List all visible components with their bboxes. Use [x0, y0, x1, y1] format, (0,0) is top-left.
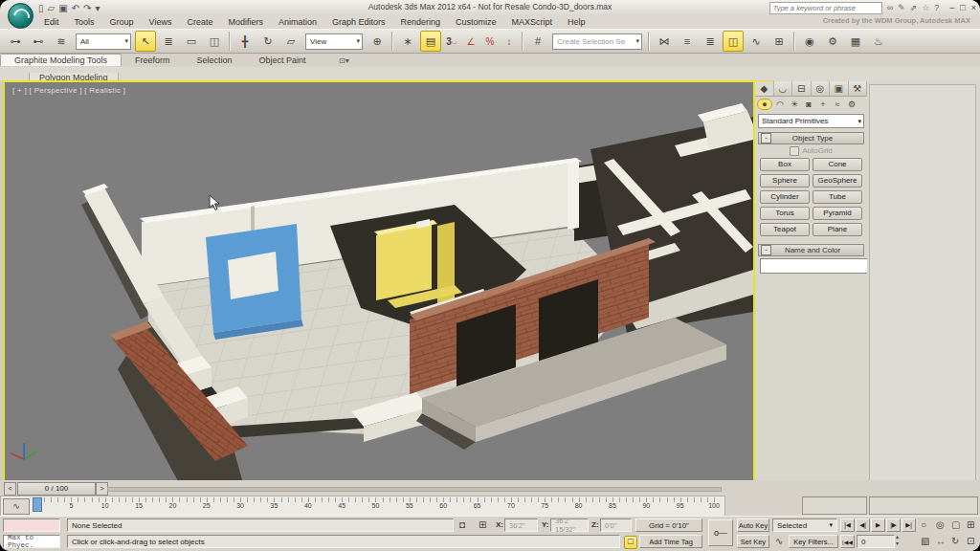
scale-icon[interactable]: ▱ [280, 31, 301, 52]
tab-modify-icon[interactable]: ◡ [774, 81, 793, 96]
time-slider-handle[interactable]: 0 / 100 [17, 482, 96, 496]
menu-item-maxscript[interactable]: MAXScript [504, 17, 561, 27]
cat-cameras-icon[interactable]: ◙ [802, 99, 815, 109]
zoom-extents-all-icon[interactable]: ⊞ [967, 519, 974, 530]
cat-spacewarps-icon[interactable]: ≈ [831, 99, 844, 109]
move-icon[interactable]: ╋ [234, 31, 256, 52]
minimize-button[interactable]: – [949, 3, 954, 12]
cat-shapes-icon[interactable]: ◠ [773, 99, 787, 109]
ribbon-tab-freeform[interactable]: Freeform [122, 55, 184, 66]
object-type-header[interactable]: - Object Type [758, 132, 864, 144]
y-coordinate-field[interactable]: 36'2 15/32" [550, 518, 589, 532]
object-type-sphere-button[interactable]: Sphere [760, 174, 810, 187]
help-icon[interactable]: ? [934, 3, 939, 12]
name-color-header[interactable]: - Name and Color [758, 244, 864, 256]
3ds-max-logo-icon[interactable] [8, 3, 33, 29]
cat-helpers-icon[interactable]: + [816, 99, 830, 109]
spinner-snap-icon[interactable]: ↕ [501, 31, 518, 52]
new-key-curve-icon[interactable]: ∿ [775, 536, 783, 546]
zoom-extents-icon[interactable]: ▢ [951, 519, 960, 530]
ribbon-tab-selection[interactable]: Selection [183, 55, 245, 66]
play-button[interactable]: ▶ [871, 518, 885, 532]
menu-item-animation[interactable]: Animation [271, 17, 324, 27]
object-type-cone-button[interactable]: Cone [813, 158, 862, 171]
menu-item-graph-editors[interactable]: Graph Editors [324, 17, 393, 27]
schematic-view-icon[interactable]: ⊞ [768, 31, 790, 52]
rendered-frame-icon[interactable]: ▦ [845, 31, 866, 52]
track-bar-ruler[interactable]: 0510152025303540455055606570758085909510… [0, 496, 725, 517]
selected-set-dropdown[interactable]: Selected▾ [772, 518, 837, 532]
snap-toggle-icon[interactable]: 3◡ [443, 31, 460, 52]
prev-frame-button[interactable]: ◀| [856, 518, 870, 532]
select-object-icon[interactable]: ↖ [135, 31, 156, 52]
key-filters-button[interactable]: Key Filters... [789, 535, 838, 548]
go-start-button[interactable]: |◀ [840, 518, 855, 532]
orbit-icon[interactable]: ↻ [951, 536, 959, 546]
cat-systems-icon[interactable]: ⚙ [845, 99, 858, 109]
cat-geometry-icon[interactable]: ● [757, 99, 772, 110]
selection-set-dropdown[interactable]: Create Selection Se▾ [552, 33, 642, 50]
mirror-icon[interactable]: ⋈ [654, 31, 675, 52]
zoom-region-icon[interactable]: ▧ [921, 536, 929, 546]
time-prev-button[interactable]: < [4, 482, 16, 496]
object-type-teapot-button[interactable]: Teapot [760, 223, 810, 236]
angle-snap-icon[interactable]: ∠ [462, 31, 479, 52]
object-type-tube-button[interactable]: Tube [813, 190, 862, 204]
absolute-offset-icon[interactable]: ⊞ [479, 519, 486, 530]
collapse-icon[interactable]: - [761, 133, 771, 143]
object-type-pyramid-button[interactable]: Pyramid [813, 207, 862, 220]
z-coordinate-field[interactable]: 0'0" [600, 518, 632, 532]
menu-item-tools[interactable]: Tools [67, 17, 102, 27]
select-by-name-icon[interactable]: ≣ [158, 31, 179, 52]
object-type-cylinder-button[interactable]: Cylinder [760, 190, 810, 204]
percent-snap-icon[interactable]: % [481, 31, 499, 52]
menu-item-group[interactable]: Group [102, 17, 142, 27]
bind-spacewarp-icon[interactable]: ≋ [51, 31, 72, 52]
favorites-icon[interactable]: ☆ [922, 3, 929, 12]
tab-utilities-icon[interactable]: ⚒ [849, 81, 868, 96]
align-icon[interactable]: ≡ [677, 31, 698, 52]
add-time-tag[interactable]: Add Time Tag [639, 535, 702, 548]
menu-item-rendering[interactable]: Rendering [393, 17, 449, 27]
window-crossing-icon[interactable]: ◫ [204, 31, 225, 52]
menu-item-edit[interactable]: Edit [36, 17, 67, 27]
x-coordinate-field[interactable]: 36'2" [504, 518, 538, 532]
next-frame-button[interactable]: |▶ [886, 518, 901, 532]
time-slider-groove[interactable] [107, 487, 722, 492]
close-button[interactable]: × [971, 3, 976, 12]
object-type-plane-button[interactable]: Plane [813, 223, 862, 236]
pan-icon[interactable]: ↔ [936, 536, 946, 546]
menu-item-customize[interactable]: Customize [448, 17, 504, 27]
cat-lights-icon[interactable]: ☀ [788, 99, 801, 109]
maxscript-mini-listener[interactable] [3, 518, 60, 532]
render-production-icon[interactable]: ♨ [868, 31, 889, 52]
graphite-toggle-icon[interactable]: ◫ [723, 31, 744, 52]
render-setup-icon[interactable]: ⚙ [822, 31, 843, 52]
use-pivot-icon[interactable]: ⊕ [367, 31, 388, 52]
frame-spinner[interactable]: ▴▾ [896, 534, 899, 547]
lock-selection-icon[interactable]: ◘ [459, 519, 465, 530]
viewport-label[interactable]: [ + ] [ Perspective ] [ Realistic ] [12, 86, 125, 95]
maximize-viewport-icon[interactable]: ⊡ [967, 536, 974, 546]
tab-hierarchy-icon[interactable]: ⊟ [792, 81, 812, 96]
zoom-all-icon[interactable]: ◎ [936, 519, 945, 530]
rect-selection-icon[interactable]: ▭ [181, 31, 202, 52]
autogrid-checkbox[interactable] [790, 146, 799, 156]
zoom-icon[interactable]: ○ [921, 519, 926, 530]
ref-coord-dropdown[interactable]: View▾ [305, 33, 363, 50]
current-frame-field[interactable]: 0 [857, 535, 895, 548]
ribbon-overflow-icon[interactable]: ⊡▾ [339, 56, 349, 65]
search-icon[interactable]: ∞ [887, 3, 893, 12]
unlink-icon[interactable]: ⊷ [28, 31, 49, 52]
layers-icon[interactable]: ≣ [700, 31, 721, 52]
tab-create-icon[interactable]: ◆ [755, 80, 774, 96]
menu-item-modifiers[interactable]: Modifiers [220, 17, 271, 27]
pen-icon[interactable]: ✎ [898, 3, 905, 12]
selection-filter-dropdown[interactable]: All▾ [76, 33, 131, 50]
object-type-geosphere-button[interactable]: GeoSphere [813, 174, 862, 187]
object-type-box-button[interactable]: Box [760, 158, 810, 171]
object-type-torus-button[interactable]: Torus [760, 207, 810, 220]
tab-motion-icon[interactable]: ◎ [812, 81, 831, 96]
set-key-button[interactable]: Set Key [737, 535, 769, 548]
material-editor-icon[interactable]: ◉ [799, 31, 820, 52]
